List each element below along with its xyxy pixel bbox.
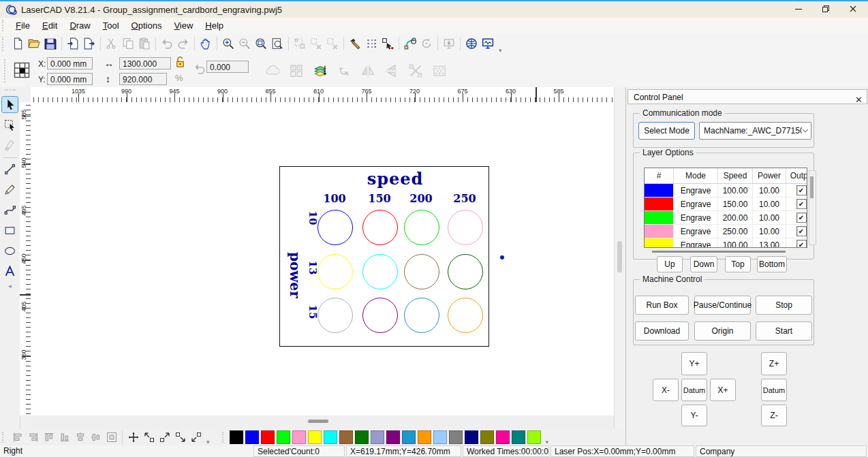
- stray-point-marker[interactable]: [500, 255, 504, 259]
- paramlist-icon[interactable]: [363, 35, 379, 52]
- test-circle[interactable]: [362, 254, 398, 289]
- layer-mode[interactable]: Engrave: [674, 225, 718, 238]
- color-swatch[interactable]: [527, 430, 541, 444]
- layer-table-vscrollbar[interactable]: [809, 170, 816, 245]
- color-swatch[interactable]: [339, 430, 353, 444]
- layer-output-checkbox[interactable]: ✔: [796, 240, 807, 248]
- lock-open-icon[interactable]: [174, 56, 187, 71]
- speed-column-label[interactable]: 200: [401, 192, 441, 205]
- nodesel-icon[interactable]: [379, 35, 396, 52]
- zoomall-icon[interactable]: [253, 35, 269, 52]
- layer-color-swatch[interactable]: [645, 198, 674, 211]
- layer-output-checkbox[interactable]: ✔: [796, 185, 807, 195]
- layer-row[interactable]: Engrave250.0010.00✔: [645, 225, 807, 238]
- color-swatch[interactable]: [277, 430, 290, 444]
- color-swatch[interactable]: [465, 430, 478, 444]
- layer-speed[interactable]: 100.00: [718, 238, 753, 249]
- sizetr-icon[interactable]: [157, 430, 172, 444]
- new-icon[interactable]: [10, 35, 26, 52]
- horizontal-scrollbar[interactable]: [308, 420, 328, 423]
- run-box-button[interactable]: Run Box: [635, 296, 689, 315]
- color-swatch[interactable]: [245, 430, 259, 444]
- layer-output-checkbox[interactable]: ✔: [796, 212, 807, 223]
- jog-y-plus-button[interactable]: Y+: [681, 352, 707, 375]
- color-swatch[interactable]: [324, 430, 337, 444]
- layer-speed[interactable]: 200.00: [718, 211, 753, 225]
- toolbar-overflow-icon[interactable]: ▾: [204, 439, 213, 445]
- stop-button[interactable]: Stop: [756, 296, 812, 315]
- color-swatch[interactable]: [433, 430, 447, 444]
- bezier-icon[interactable]: [2, 202, 18, 218]
- color-swatch[interactable]: [355, 430, 369, 444]
- rect-icon[interactable]: [2, 223, 18, 238]
- select-mode-button[interactable]: Select Mode: [638, 122, 695, 140]
- color-swatch[interactable]: [292, 430, 306, 444]
- marquee-icon[interactable]: [2, 117, 18, 133]
- color-swatch[interactable]: [496, 430, 510, 444]
- layer-power[interactable]: 10.00: [753, 184, 786, 198]
- collapse-arrow-icon[interactable]: ◄: [7, 283, 13, 289]
- design-power-label[interactable]: power: [287, 252, 303, 293]
- layer-mode[interactable]: Engrave: [674, 211, 718, 225]
- line-icon[interactable]: [2, 161, 18, 177]
- layer-speed[interactable]: 150.00: [718, 198, 753, 211]
- layer-down-button[interactable]: Down: [690, 256, 717, 272]
- layer-power[interactable]: 10.00: [753, 198, 786, 211]
- layer-up-button[interactable]: Up: [657, 256, 683, 272]
- jog-x-minus-button[interactable]: X-: [653, 379, 679, 401]
- power-row-label[interactable]: 13: [307, 257, 319, 278]
- power-row-label[interactable]: 15: [307, 302, 319, 322]
- download-button[interactable]: Download: [635, 321, 689, 341]
- color-swatch[interactable]: [402, 430, 416, 444]
- jog-datum-z-button[interactable]: Datum: [761, 379, 787, 401]
- layer-output-checkbox[interactable]: ✔: [796, 226, 807, 236]
- layer-table-hscrollbar[interactable]: [652, 251, 786, 253]
- design-speed-label[interactable]: speed: [354, 169, 436, 189]
- vertical-scrollbar-thumb[interactable]: [617, 241, 622, 272]
- drawing-canvas[interactable]: speed power 100150200250101315: [31, 102, 614, 415]
- jog-z-minus-button[interactable]: Z-: [761, 405, 787, 426]
- test-circle[interactable]: [404, 254, 439, 289]
- color-swatch[interactable]: [371, 430, 384, 444]
- anchor-grid-icon[interactable]: [14, 62, 30, 80]
- color-swatch[interactable]: [512, 430, 525, 444]
- layer-color-swatch[interactable]: [645, 225, 674, 238]
- anchormove-icon[interactable]: [125, 430, 141, 444]
- jog-y-minus-button[interactable]: Y-: [681, 405, 707, 426]
- layer-color-swatch[interactable]: [645, 184, 674, 198]
- minimize-button[interactable]: [785, 1, 812, 16]
- jog-x-plus-button[interactable]: X+: [710, 379, 736, 401]
- open-icon[interactable]: [26, 35, 42, 52]
- sizebl-icon[interactable]: [188, 430, 204, 444]
- menu-view[interactable]: View: [168, 19, 199, 32]
- layer-output-checkbox[interactable]: ✔: [796, 199, 807, 209]
- layer-color-swatch[interactable]: [645, 211, 674, 225]
- origin-button[interactable]: Origin: [694, 321, 751, 341]
- test-circle[interactable]: [448, 210, 483, 245]
- test-circle[interactable]: [448, 254, 483, 289]
- layers-icon[interactable]: [312, 63, 328, 79]
- layer-bottom-button[interactable]: Bottom: [757, 256, 787, 272]
- layer-row[interactable]: Engrave100.0010.00✔: [645, 184, 807, 198]
- palette-overflow-icon[interactable]: ▾: [543, 439, 552, 445]
- menu-help[interactable]: Help: [199, 19, 230, 32]
- zoomin-icon[interactable]: [220, 35, 236, 52]
- test-circle[interactable]: [317, 298, 353, 333]
- test-circle[interactable]: [317, 210, 353, 245]
- layer-power[interactable]: 13.00: [753, 238, 786, 249]
- speed-column-label[interactable]: 150: [359, 192, 400, 205]
- pan-icon[interactable]: [198, 35, 214, 52]
- zoompage-icon[interactable]: [269, 35, 285, 52]
- toolbar-overflow-icon[interactable]: ▾: [496, 47, 505, 54]
- layer-color-swatch[interactable]: [645, 238, 674, 249]
- color-swatch[interactable]: [261, 430, 275, 444]
- sizebr-icon[interactable]: [172, 430, 188, 444]
- layer-row[interactable]: Engrave150.0010.00✔: [645, 198, 807, 211]
- text-icon[interactable]: [2, 264, 18, 279]
- layer-table[interactable]: #ModeSpeedPowerOutpuEngrave100.0010.00✔E…: [644, 168, 807, 248]
- test-circle[interactable]: [448, 298, 483, 333]
- y-position-field[interactable]: 0.000 mm: [47, 73, 93, 85]
- test-circle[interactable]: [362, 210, 398, 245]
- cursor-icon[interactable]: [2, 97, 18, 112]
- close-icon[interactable]: ✕: [855, 93, 863, 108]
